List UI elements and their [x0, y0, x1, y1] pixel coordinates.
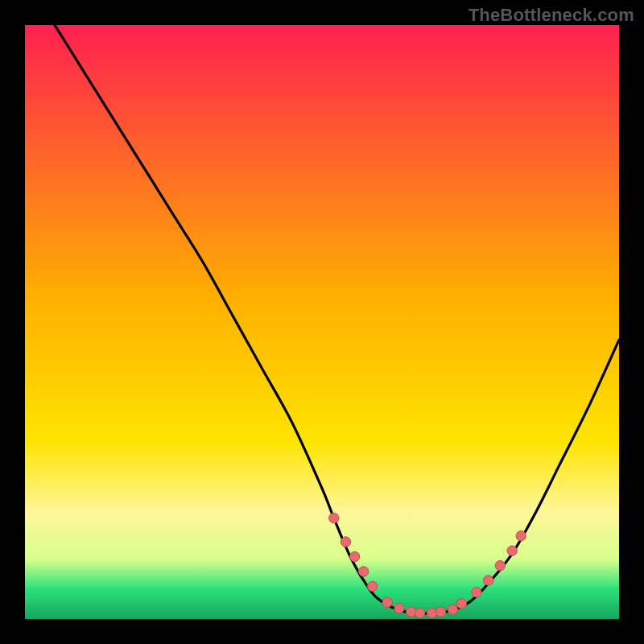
plot-area: [25, 25, 619, 619]
watermark-text: TheBottleneck.com: [469, 5, 634, 26]
highlight-dot: [427, 608, 436, 617]
highlight-dot: [394, 604, 404, 613]
highlight-dot: [436, 607, 445, 617]
highlight-dot: [407, 607, 416, 617]
bottleneck-chart: [0, 0, 644, 644]
highlight-dot: [368, 581, 378, 591]
highlight-dot: [472, 588, 481, 597]
highlight-dot: [507, 546, 517, 555]
highlight-dot: [456, 599, 466, 609]
highlight-dot: [329, 513, 339, 522]
highlight-dot: [516, 530, 526, 540]
highlight-dot: [495, 560, 505, 570]
chart-stage: TheBottleneck.com: [0, 0, 644, 644]
highlight-dot: [358, 567, 368, 576]
highlight-dot: [341, 537, 350, 547]
highlight-dot: [382, 597, 392, 607]
highlight-dot: [448, 605, 457, 614]
highlight-dot: [415, 608, 425, 617]
highlight-dot: [349, 551, 359, 561]
highlight-dot: [483, 576, 493, 585]
